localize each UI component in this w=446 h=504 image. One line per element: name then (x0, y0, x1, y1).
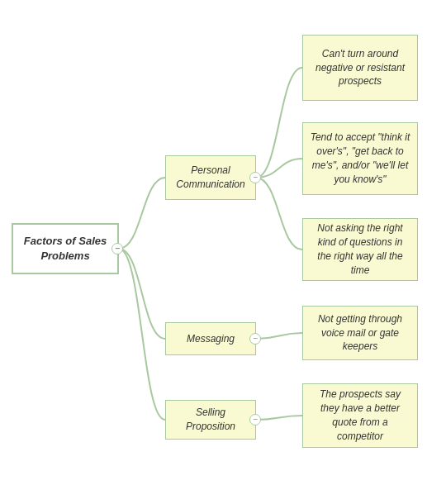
leaf5-node: The prospects say they have a better quo… (302, 383, 418, 448)
personal-node: Personal Communication − (165, 155, 256, 200)
messaging-collapse-button[interactable]: − (249, 333, 261, 345)
root-label: Factors of Sales Problems (20, 234, 111, 264)
leaf4-node: Not getting through voice mail or gate k… (302, 306, 418, 360)
messaging-label: Messaging (187, 332, 235, 346)
leaf3-label: Not asking the right kind of questions i… (310, 221, 410, 277)
personal-label: Personal Communication (176, 164, 244, 192)
leaf5-label: The prospects say they have a better quo… (310, 388, 410, 443)
leaf4-label: Not getting through voice mail or gate k… (310, 312, 410, 354)
connector-root-personal (119, 178, 165, 249)
connector-selling-leaf5 (256, 416, 302, 420)
personal-collapse-button[interactable]: − (249, 172, 261, 183)
leaf1-label: Can't turn around negative or resistant … (310, 47, 410, 88)
connector-root-messaging (119, 249, 165, 339)
connector-messaging-leaf4 (256, 333, 302, 339)
selling-label: Selling Proposition (186, 406, 235, 434)
leaf1-node: Can't turn around negative or resistant … (302, 35, 418, 101)
root-node: Factors of Sales Problems − (12, 223, 119, 274)
leaf2-node: Tend to accept "think it over's", "get b… (302, 122, 418, 195)
selling-node: Selling Proposition − (165, 400, 256, 440)
connector-personal-leaf3 (256, 178, 302, 250)
leaf3-node: Not asking the right kind of questions i… (302, 218, 418, 281)
leaf2-label: Tend to accept "think it over's", "get b… (310, 131, 410, 186)
messaging-node: Messaging − (165, 322, 256, 355)
connector-root-selling (119, 249, 165, 420)
selling-collapse-button[interactable]: − (249, 414, 261, 426)
root-collapse-button[interactable]: − (112, 243, 123, 254)
connector-personal-leaf1 (256, 68, 302, 178)
